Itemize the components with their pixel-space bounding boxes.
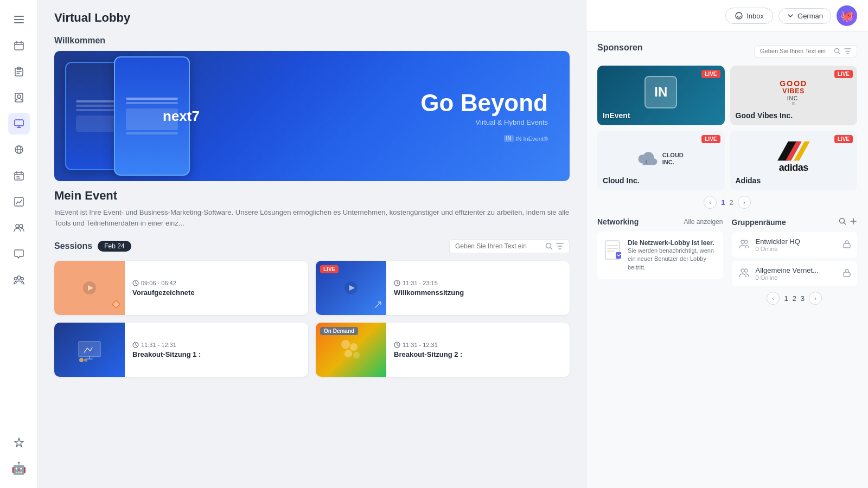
grp-next-btn[interactable]: › bbox=[809, 292, 822, 305]
svg-point-32 bbox=[353, 352, 360, 358]
session-card-4[interactable]: On Demand 11:31 - 12:31 Breakout-Sitzung… bbox=[316, 323, 570, 377]
session-card-2[interactable]: LIVE 11:31 - 23:15 Willkommenssitzung bbox=[316, 261, 570, 315]
sessions-filter-icon[interactable] bbox=[556, 243, 564, 249]
grp-room-lock-1 bbox=[843, 240, 851, 250]
presentation-icon bbox=[76, 336, 103, 363]
session-name-3: Breakout-Sitzung 1 : bbox=[132, 350, 301, 358]
bottom-sections: Networking Alle anzeigen Die Netzwerk-Lo… bbox=[597, 217, 857, 305]
session-thumb-1 bbox=[54, 261, 125, 315]
hero-text-block: Go Beyond Virtual & Hybrid Events IN IN … bbox=[420, 90, 570, 142]
sidebar-item-group[interactable] bbox=[8, 269, 30, 291]
sponsors-search-input[interactable] bbox=[760, 48, 831, 54]
session-info-4: 11:31 - 12:31 Breakout-Sitzung 2 : bbox=[386, 323, 570, 377]
svg-point-46 bbox=[744, 269, 748, 272]
sidebar-item-schedule[interactable] bbox=[8, 165, 30, 187]
sponsors-grid: LIVE IN InEvent LIVE GOOD VIBES INC. ® bbox=[597, 66, 857, 190]
grp-page-2[interactable]: 2 bbox=[793, 294, 796, 303]
event-desc: InEvent ist Ihre Event- und Business-Mar… bbox=[54, 207, 570, 228]
svg-rect-10 bbox=[15, 172, 23, 180]
sidebar-item-monitor[interactable] bbox=[8, 113, 30, 134]
sponsors-page-1[interactable]: 1 bbox=[721, 198, 725, 207]
svg-point-13 bbox=[20, 224, 23, 228]
sidebar-item-menu[interactable] bbox=[8, 9, 30, 30]
document-icon bbox=[605, 240, 622, 260]
sessions-search-icon bbox=[545, 242, 553, 250]
svg-rect-40 bbox=[616, 252, 621, 259]
session-info-3: 11:31 - 12:31 Breakout-Sitzung 1 : bbox=[125, 323, 308, 377]
inbox-button[interactable]: Inbox bbox=[725, 8, 773, 24]
sponsors-filter-icon[interactable] bbox=[844, 48, 851, 54]
sessions-search-input[interactable] bbox=[455, 242, 542, 250]
sidebar: 🤖 bbox=[0, 0, 38, 488]
svg-point-45 bbox=[741, 269, 744, 272]
session-thumb-4: On Demand bbox=[316, 323, 386, 377]
language-button[interactable]: German bbox=[778, 8, 831, 24]
sidebar-item-chat[interactable] bbox=[8, 243, 30, 265]
grp-page-1[interactable]: 1 bbox=[784, 294, 788, 303]
sponsor-card-adidas[interactable]: LIVE adidas Adidas bbox=[730, 131, 858, 190]
sponsors-prev-btn[interactable]: ‹ bbox=[704, 196, 717, 209]
session-time-1: 09:06 - 06:42 bbox=[132, 280, 301, 286]
sponsor-card-goodvibes[interactable]: LIVE GOOD VIBES INC. ® Good Vibes Inc. bbox=[730, 66, 858, 125]
sponsor-card-inevent[interactable]: LIVE IN InEvent bbox=[597, 66, 725, 125]
sessions-date-badge[interactable]: Feb 24 bbox=[98, 241, 131, 252]
sidebar-item-person[interactable] bbox=[8, 87, 30, 108]
search-icon bbox=[839, 217, 846, 225]
grp-page-3[interactable]: 3 bbox=[801, 294, 805, 303]
svg-point-12 bbox=[16, 224, 19, 228]
grp-room-online-2: 0 Online bbox=[756, 274, 819, 281]
session-on-demand-badge-4: On Demand bbox=[320, 327, 358, 335]
grp-room-icon-2 bbox=[738, 267, 750, 281]
sponsor-name-goodvibes: Good Vibes Inc. bbox=[736, 111, 793, 120]
clock-icon-4 bbox=[394, 342, 400, 348]
goodvibes-logo: GOOD VIBES INC. ® bbox=[780, 80, 807, 106]
lock-icon bbox=[843, 240, 851, 248]
grp-prev-btn[interactable]: ‹ bbox=[767, 292, 780, 305]
svg-rect-1 bbox=[14, 19, 24, 20]
gruppenraume-header: Gruppenräume bbox=[732, 217, 858, 227]
session-name-2: Willkommenssitzung bbox=[394, 288, 562, 297]
networking-all-link[interactable]: Alle anzeigen bbox=[684, 218, 723, 226]
clock-icon-3 bbox=[132, 342, 139, 348]
sponsors-pagination: ‹ 1 2 › bbox=[597, 196, 857, 209]
grp-room-text-2: Allgemeine Vernet... 0 Online bbox=[756, 266, 819, 281]
sidebar-item-network[interactable] bbox=[8, 139, 30, 160]
grp-room-icon-1 bbox=[738, 238, 750, 252]
sidebar-item-bot[interactable]: 🤖 bbox=[8, 458, 30, 479]
sidebar-item-calendar[interactable] bbox=[8, 35, 30, 56]
right-panel: Inbox German 🐙 Sponsoren LIVE IN bbox=[586, 0, 868, 488]
svg-rect-7 bbox=[15, 120, 23, 126]
session-card-1[interactable]: 09:06 - 06:42 Voraufgezeichnete bbox=[54, 261, 308, 315]
chevron-down-icon bbox=[787, 12, 794, 20]
networking-title: Networking bbox=[597, 217, 639, 226]
sessions-header: Sessions Feb 24 bbox=[54, 239, 570, 253]
session-card-3[interactable]: 11:31 - 12:31 Breakout-Sitzung 1 : bbox=[54, 323, 308, 377]
grp-room-2[interactable]: Allgemeine Vernet... 0 Online bbox=[732, 261, 858, 286]
networking-empty-title: Die Netzwerk-Lobby ist leer. bbox=[628, 239, 716, 247]
networking-text: Die Netzwerk-Lobby ist leer. Sie werden … bbox=[628, 239, 716, 272]
avatar[interactable]: 🐙 bbox=[837, 5, 857, 26]
sponsors-page-2[interactable]: 2 bbox=[730, 198, 733, 207]
next-logo: next7 bbox=[163, 108, 200, 125]
sponsors-search-box[interactable] bbox=[754, 45, 857, 57]
sidebar-item-analytics[interactable] bbox=[8, 191, 30, 213]
session-time-4: 11:31 - 12:31 bbox=[394, 342, 562, 348]
sponsor-card-cloud[interactable]: LIVE CLOUDINC. Cloud Inc. bbox=[597, 131, 725, 190]
gruppenraume-add-btn[interactable] bbox=[850, 217, 857, 227]
sponsors-next-btn[interactable]: › bbox=[738, 196, 751, 209]
session-tag-icon-2 bbox=[374, 301, 382, 311]
sidebar-item-team[interactable] bbox=[8, 217, 30, 239]
group-icon bbox=[738, 238, 750, 250]
session-name-4: Breakout-Sitzung 2 : bbox=[394, 350, 562, 358]
grp-room-1[interactable]: Entwickler HQ 0 Online bbox=[732, 232, 858, 258]
sponsor-logo-adidas: adidas bbox=[777, 142, 810, 174]
sessions-search-box[interactable] bbox=[449, 239, 570, 253]
grp-room-online-1: 0 Online bbox=[756, 246, 800, 252]
right-body: Sponsoren LIVE IN InEvent LIVE bbox=[586, 32, 868, 488]
sidebar-item-clipboard[interactable] bbox=[8, 61, 30, 82]
inevent-logo: IN bbox=[644, 76, 677, 108]
gruppenraume-search-btn[interactable] bbox=[839, 217, 846, 227]
sidebar-item-rewards[interactable] bbox=[8, 432, 30, 453]
hero-image: next7 Go Beyond Virtual & Hybrid Events … bbox=[54, 51, 570, 181]
sponsor-logo-inevent: IN bbox=[644, 76, 677, 108]
